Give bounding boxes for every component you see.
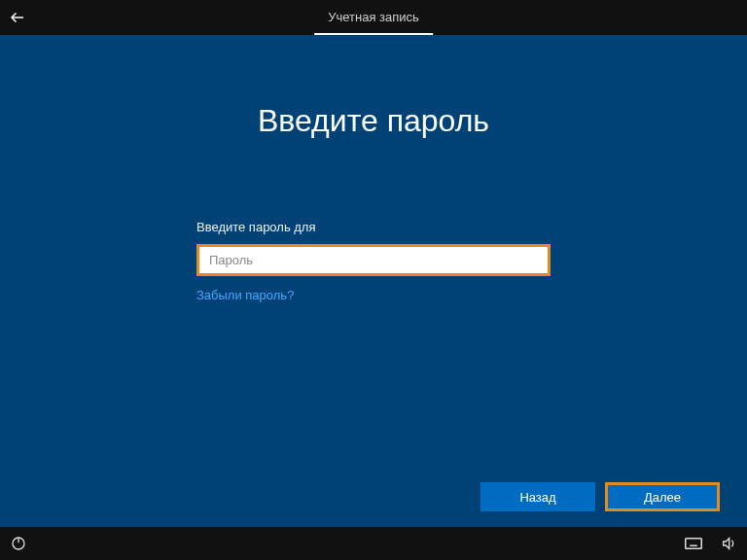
- power-icon: [11, 536, 26, 551]
- next-button-label: Далее: [644, 490, 681, 505]
- next-button[interactable]: Далее: [605, 482, 720, 511]
- password-input-wrap: [196, 244, 551, 276]
- back-arrow-button[interactable]: [0, 0, 35, 35]
- password-prompt: Введите пароль для: [196, 220, 551, 234]
- page-title: Введите пароль: [0, 103, 747, 139]
- keyboard-icon: [685, 538, 702, 549]
- keyboard-button[interactable]: [685, 535, 702, 552]
- bottom-bar: [0, 527, 747, 560]
- svg-marker-9: [724, 539, 729, 549]
- arrow-left-icon: [9, 9, 26, 26]
- speaker-icon: [721, 536, 736, 551]
- ease-of-access-button[interactable]: [10, 535, 27, 552]
- main-panel: Введите пароль Введите пароль для Забыли…: [0, 35, 747, 527]
- forgot-password-link[interactable]: Забыли пароль?: [196, 288, 294, 302]
- password-form: Введите пароль для Забыли пароль?: [196, 220, 551, 303]
- volume-button[interactable]: [720, 535, 737, 552]
- tab-account[interactable]: Учетная запись: [314, 0, 433, 35]
- back-button-label: Назад: [519, 490, 555, 505]
- top-bar: Учетная запись: [0, 0, 747, 35]
- button-row: Назад Далее: [480, 482, 720, 511]
- tab-label: Учетная запись: [328, 10, 419, 24]
- back-button[interactable]: Назад: [480, 482, 595, 511]
- password-input[interactable]: [199, 247, 548, 273]
- svg-rect-3: [686, 539, 702, 549]
